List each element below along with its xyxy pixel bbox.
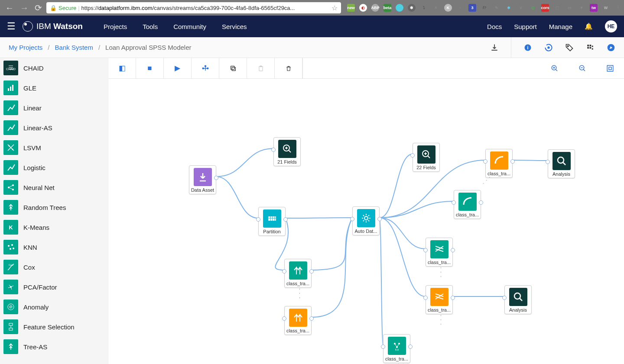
palette-item-gle[interactable]: GLE: [0, 78, 108, 98]
watson-logo[interactable]: IBM Watson: [23, 21, 83, 32]
ext-icon[interactable]: ✕: [432, 4, 440, 12]
stop-icon[interactable]: ■: [136, 58, 164, 79]
palette-item-linear-as[interactable]: Linear-AS: [0, 118, 108, 138]
port-out[interactable]: [451, 296, 455, 300]
node-ct_trees_teal[interactable]: class_tra...: [284, 259, 312, 288]
port-out[interactable]: [377, 217, 382, 221]
port-out[interactable]: [408, 345, 413, 349]
palette-item-random-trees[interactable]: Random Trees: [0, 197, 108, 217]
paste-icon[interactable]: [247, 58, 275, 79]
ext-icon[interactable]: f?: [481, 4, 488, 12]
node-ct_orange_lines[interactable]: class_tra...: [426, 285, 453, 314]
play-icon[interactable]: ▶: [164, 58, 192, 79]
node-ct_teal1[interactable]: class_tra...: [454, 190, 481, 219]
refresh-icon[interactable]: [544, 43, 553, 52]
palette-item-neural-net[interactable]: Neural Net: [0, 177, 108, 197]
ext-icon[interactable]: new: [347, 4, 355, 12]
zoom-out-icon[interactable]: [569, 58, 596, 79]
palette-item-pca-factor[interactable]: PCA/Factor: [0, 277, 108, 297]
download-icon[interactable]: [490, 43, 499, 52]
back-button[interactable]: ←: [3, 3, 16, 13]
palette-item-tree-as[interactable]: Tree-AS: [0, 337, 108, 357]
port-in[interactable]: [381, 345, 385, 349]
ext-icon[interactable]: V: [517, 4, 525, 12]
ext-icon[interactable]: ◎: [529, 4, 537, 12]
ext-icon[interactable]: →: [456, 4, 464, 12]
ext-icon[interactable]: ✎: [493, 4, 500, 12]
node-ct_teal_lines[interactable]: class_tra...: [426, 238, 453, 267]
port-in[interactable]: [282, 269, 286, 274]
nav-community[interactable]: Community: [173, 23, 206, 30]
ext-icon[interactable]: ⬚: [553, 4, 561, 12]
ext-icon[interactable]: ✱: [408, 4, 416, 12]
node-ct_trees_orange[interactable]: class_tra...: [284, 306, 312, 335]
canvas[interactable]: Data Asset21 FieldsPartitionAuto Dat...2…: [108, 79, 624, 364]
zoom-in-icon[interactable]: [541, 58, 569, 79]
url-bar[interactable]: 🔒 Secure | https://dataplatform.ibm.com/…: [46, 2, 341, 13]
port-in[interactable]: [410, 153, 415, 158]
reload-button[interactable]: ⟳: [33, 3, 44, 13]
palette-item-k-means[interactable]: KK-Means: [0, 217, 108, 237]
port-out[interactable]: [309, 269, 314, 274]
bookmark-icon[interactable]: ☆: [332, 4, 338, 12]
ext-icon[interactable]: cors: [541, 4, 549, 12]
port-in[interactable]: [282, 316, 286, 321]
hamburger-icon[interactable]: ☰: [7, 21, 16, 32]
port-in[interactable]: [483, 159, 488, 164]
crumb-bank[interactable]: Bank System: [55, 44, 93, 51]
port-in[interactable]: [502, 296, 507, 300]
user-avatar[interactable]: HE: [605, 20, 617, 32]
info-icon[interactable]: i: [523, 43, 532, 52]
node-ct_orange1[interactable]: class_tra...: [485, 149, 513, 178]
node-fields22[interactable]: 22 Fields: [413, 143, 440, 172]
port-in[interactable]: [452, 200, 456, 205]
nav-docs[interactable]: Docs: [487, 23, 502, 30]
port-in[interactable]: [423, 296, 428, 300]
ext-icon[interactable]: K: [444, 4, 452, 12]
fit-icon[interactable]: [596, 58, 624, 79]
ext-icon[interactable]: ◐: [359, 4, 367, 12]
port-in[interactable]: [546, 160, 550, 164]
node-autodat[interactable]: Auto Dat...: [352, 206, 380, 235]
port-out[interactable]: [283, 217, 288, 222]
nav-services[interactable]: Services: [222, 23, 247, 30]
palette-item-knn[interactable]: KNN: [0, 237, 108, 257]
delete-icon[interactable]: [275, 58, 302, 79]
port-out[interactable]: [479, 200, 483, 205]
panel-toggle-icon[interactable]: ◧: [108, 58, 136, 79]
ext-icon[interactable]: ⤵: [420, 4, 428, 12]
palette-item-feature-selection[interactable]: Feature Selection: [0, 317, 108, 337]
port-in[interactable]: [271, 148, 276, 152]
ext-icon[interactable]: ABP: [371, 4, 379, 12]
add-node-icon[interactable]: [192, 58, 219, 79]
ext-icon[interactable]: ⚛: [505, 4, 513, 12]
ext-icon[interactable]: ▼: [578, 4, 585, 12]
grid-icon[interactable]: [586, 43, 595, 52]
node-analysis1[interactable]: Analysis: [548, 149, 575, 178]
node-analysis2[interactable]: Analysis: [504, 285, 532, 314]
forward-button[interactable]: →: [18, 3, 30, 13]
port-out[interactable]: [510, 159, 515, 164]
port-out[interactable]: [309, 316, 314, 321]
port-out[interactable]: [214, 176, 218, 180]
port-out[interactable]: [451, 248, 455, 252]
ext-icon[interactable]: [396, 4, 403, 12]
copy-icon[interactable]: [219, 58, 247, 79]
bell-icon[interactable]: 🔔: [585, 23, 593, 30]
palette-item-anomaly[interactable]: Anomaly: [0, 297, 108, 317]
palette-item-chaid[interactable]: CHAIDCHAID: [0, 58, 108, 78]
port-in[interactable]: [423, 248, 428, 252]
node-ct_c5[interactable]: 5.0class_tra...: [383, 334, 410, 363]
port-in[interactable]: [350, 217, 354, 221]
port-in[interactable]: [256, 217, 260, 222]
ext-icon[interactable]: tw: [590, 4, 598, 12]
node-fields21[interactable]: 21 Fields: [273, 137, 301, 166]
nav-support[interactable]: Support: [514, 23, 537, 30]
ext-icon[interactable]: ▭: [566, 4, 573, 12]
ext-icon[interactable]: 3: [468, 4, 476, 12]
nav-projects[interactable]: Projects: [104, 23, 127, 30]
compass-icon[interactable]: [607, 43, 615, 52]
palette-item-linear[interactable]: Linear: [0, 98, 108, 118]
ext-icon[interactable]: W: [602, 4, 610, 12]
tag-icon[interactable]: [565, 43, 574, 52]
